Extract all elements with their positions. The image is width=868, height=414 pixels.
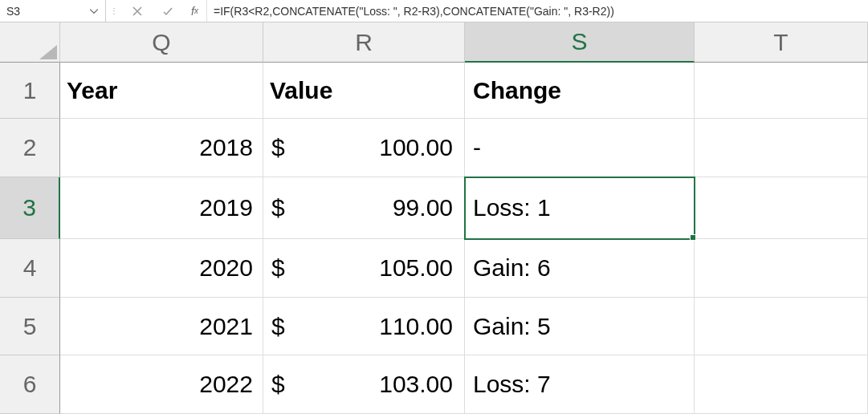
cell-Q5[interactable]: 2021 [60, 298, 263, 355]
cancel-icon[interactable] [122, 0, 153, 22]
row-header-6[interactable]: 6 [0, 355, 60, 414]
currency-symbol: $ [270, 313, 285, 340]
col-header-T[interactable]: T [695, 22, 868, 63]
value-amount: 110.00 [379, 313, 458, 340]
cell-S6[interactable]: Loss: 7 [465, 355, 695, 414]
cell-S3[interactable]: Loss: 1 [465, 177, 695, 239]
chevron-down-icon [89, 6, 99, 16]
value-amount: 103.00 [379, 371, 458, 398]
select-all-corner[interactable] [0, 22, 60, 63]
cell-T6[interactable] [695, 355, 868, 414]
enter-icon[interactable] [153, 0, 183, 22]
cell-T1[interactable] [695, 63, 868, 119]
value-amount: 99.00 [393, 194, 458, 221]
col-header-R[interactable]: R [263, 22, 465, 63]
fx-icon[interactable]: fx [183, 0, 207, 22]
cell-S4[interactable]: Gain: 6 [465, 239, 695, 298]
cell-S2[interactable]: - [465, 119, 695, 177]
cell-R3[interactable]: $ 99.00 [263, 177, 465, 239]
cell-T2[interactable] [695, 119, 868, 177]
cell-Q1[interactable]: Year [60, 63, 263, 119]
cell-T5[interactable] [695, 298, 868, 355]
separator-icon: ⋮ [106, 6, 122, 15]
currency-symbol: $ [270, 371, 285, 398]
cell-R5[interactable]: $ 110.00 [263, 298, 465, 355]
cell-T3[interactable] [695, 177, 868, 239]
row-header-2[interactable]: 2 [0, 119, 60, 177]
name-box-value: S3 [6, 5, 89, 18]
cell-S1[interactable]: Change [465, 63, 695, 119]
cell-Q2[interactable]: 2018 [60, 119, 263, 177]
formula-bar: S3 ⋮ fx =IF(R3<R2,CONCATENATE("Loss: ", … [0, 0, 868, 22]
cell-T4[interactable] [695, 239, 868, 298]
cell-R4[interactable]: $ 105.00 [263, 239, 465, 298]
currency-symbol: $ [270, 194, 285, 221]
cell-Q6[interactable]: 2022 [60, 355, 263, 414]
currency-symbol: $ [270, 254, 285, 282]
row-header-3[interactable]: 3 [0, 177, 60, 239]
value-amount: 105.00 [379, 254, 458, 282]
value-amount: 100.00 [379, 134, 458, 161]
currency-symbol: $ [270, 134, 285, 161]
row-header-4[interactable]: 4 [0, 239, 60, 298]
cell-S5[interactable]: Gain: 5 [465, 298, 695, 355]
row-header-5[interactable]: 5 [0, 298, 60, 355]
cell-R2[interactable]: $ 100.00 [263, 119, 465, 177]
cell-R1[interactable]: Value [263, 63, 465, 119]
spreadsheet-grid: Q R S T 1 Year Value Change 2 2018 $ 100… [0, 22, 868, 414]
row-header-1[interactable]: 1 [0, 63, 60, 119]
col-header-S[interactable]: S [465, 22, 695, 63]
name-box[interactable]: S3 [0, 0, 106, 22]
formula-input[interactable]: =IF(R3<R2,CONCATENATE("Loss: ", R2-R3),C… [214, 0, 868, 22]
cell-Q3[interactable]: 2019 [60, 177, 263, 239]
cell-Q4[interactable]: 2020 [60, 239, 263, 298]
cell-R6[interactable]: $ 103.00 [263, 355, 465, 414]
col-header-Q[interactable]: Q [60, 22, 263, 63]
